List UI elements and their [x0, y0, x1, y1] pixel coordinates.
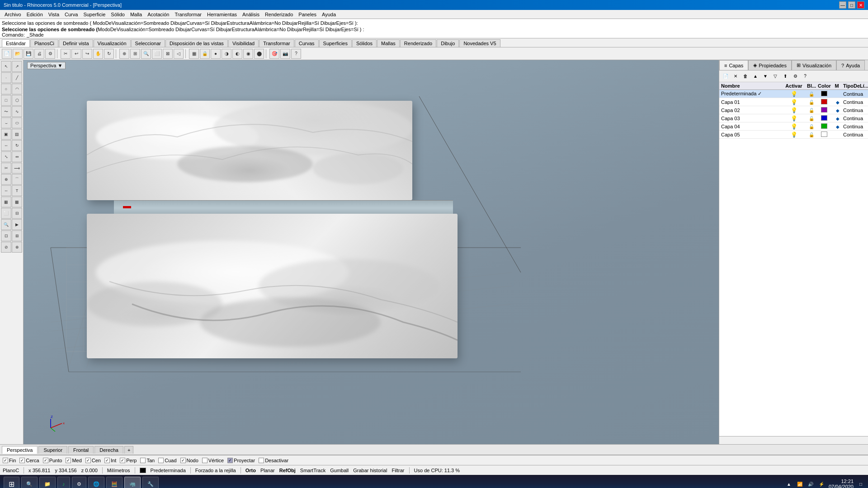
snap-fin[interactable]: ✓ Fin: [3, 458, 16, 463]
layer-row-predeterminada[interactable]: Predeterminada ✓ 💡 🔓 Continua ◆ Pre: [719, 90, 868, 98]
status-forzado[interactable]: Forzado a la rejilla: [195, 468, 236, 473]
layer-capa04-lock[interactable]: 🔓: [805, 124, 816, 129]
tb-undo[interactable]: ↩: [71, 49, 81, 59]
command-input[interactable]: [27, 32, 866, 38]
layer-row-capa04[interactable]: Capa 04 💡 🔓 ◆ Continua ◆ Pre: [719, 122, 868, 131]
lt-select-arrow[interactable]: ↖: [1, 61, 11, 72]
panel-export[interactable]: ⬆: [781, 72, 790, 81]
snap-cerca-check[interactable]: ✓: [19, 458, 25, 463]
snap-proyectar-check[interactable]: ✓: [227, 458, 233, 463]
tab-renderizado[interactable]: Renderizado: [400, 39, 436, 47]
tb-zoom-back[interactable]: ◁: [174, 49, 184, 59]
menu-superficie[interactable]: Superficie: [80, 12, 108, 17]
tb-new[interactable]: 📄: [2, 49, 12, 59]
tb-save[interactable]: 💾: [24, 49, 33, 59]
taskbar-chrome[interactable]: 🌐: [88, 477, 104, 488]
lt-spline[interactable]: 〜: [1, 106, 11, 117]
sys-expand-icon[interactable]: ▲: [785, 480, 793, 488]
layer-capa02-activar[interactable]: 💡: [783, 107, 805, 113]
lt-polygon[interactable]: ⬡: [12, 95, 22, 106]
lt-misc1[interactable]: ⊘: [1, 242, 11, 253]
lt-surface[interactable]: ⬭: [12, 117, 22, 128]
tab-visualizacion[interactable]: Visualización: [94, 39, 131, 47]
lt-point[interactable]: ·: [1, 72, 11, 83]
tab-disposicion[interactable]: Disposición de las vistas: [165, 39, 228, 47]
layer-capa02-lock[interactable]: 🔓: [805, 108, 816, 113]
taskbar-settings[interactable]: ⚙: [72, 477, 86, 488]
tab-definir-vista[interactable]: Definir vista: [59, 39, 93, 47]
layer-capa04-activar[interactable]: 💡: [783, 123, 805, 130]
layer-capa05-color[interactable]: [816, 131, 832, 138]
taskbar-spotify[interactable]: ♪: [57, 477, 70, 488]
status-planar[interactable]: Planar: [260, 468, 275, 473]
snap-punto-check[interactable]: ✓: [43, 458, 48, 463]
layer-row-capa03[interactable]: Capa 03 💡 🔓 ◆ Continua ◆ Pre: [719, 114, 868, 122]
snap-tan[interactable]: Tan: [140, 458, 155, 463]
lt-hatch[interactable]: ▦: [1, 197, 11, 207]
lt-freeform[interactable]: ⌣: [1, 117, 11, 128]
taskbar-explorer[interactable]: 📁: [39, 477, 56, 488]
panel-delete[interactable]: 🗑: [741, 72, 750, 81]
lt-mirror[interactable]: ⇔: [12, 151, 22, 162]
lt-fillet[interactable]: ⌒: [12, 174, 22, 185]
tb-pan[interactable]: ✋: [93, 49, 103, 59]
layer-capa03-color[interactable]: [816, 115, 832, 122]
panel-help[interactable]: ?: [801, 72, 810, 81]
menu-archivo[interactable]: Archivo: [2, 12, 24, 17]
menu-paneles[interactable]: Paneles: [296, 12, 319, 17]
menu-acotacion[interactable]: Acotación: [145, 12, 172, 17]
lt-select-chain[interactable]: ↗: [12, 61, 22, 72]
tb-print[interactable]: 🖨: [34, 49, 44, 59]
snap-cuad-check[interactable]: [158, 458, 164, 463]
panel-delete-selected[interactable]: ✕: [731, 72, 740, 81]
tb-redo[interactable]: ↪: [82, 49, 92, 59]
tb-cut[interactable]: ✂: [61, 49, 71, 59]
status-filtrar[interactable]: Filtrar: [392, 468, 404, 473]
tab-estandar[interactable]: Estándar: [2, 39, 30, 47]
tb-render[interactable]: ◉: [243, 49, 253, 59]
menu-herramientas[interactable]: Herramientas: [204, 12, 240, 17]
snap-nodo[interactable]: ✓ Nodo: [180, 458, 198, 463]
status-layer[interactable]: Predeterminada: [151, 468, 186, 473]
layer-capa01-lock[interactable]: 🔓: [805, 99, 816, 105]
tb-help[interactable]: ?: [291, 49, 301, 59]
tb-options[interactable]: ⚙: [45, 49, 55, 59]
tb-rendered[interactable]: ⬤: [254, 49, 264, 59]
lt-view1[interactable]: ⬜: [1, 208, 11, 219]
snap-int-check[interactable]: ✓: [104, 458, 110, 463]
tab-visibilidad[interactable]: Visibilidad: [228, 39, 259, 47]
tb-zoom-ext[interactable]: ⊕: [119, 49, 129, 59]
lt-extend[interactable]: ⟶: [12, 163, 22, 174]
snap-fin-check[interactable]: ✓: [3, 458, 8, 463]
lt-zoom[interactable]: 🔍: [1, 219, 11, 230]
menu-malla[interactable]: Malla: [127, 12, 145, 17]
layer-predeterminada-color[interactable]: [816, 91, 832, 97]
view-tab-derecha[interactable]: Derecha: [94, 446, 123, 454]
menu-vista[interactable]: Vista: [46, 12, 62, 17]
snap-desactivar[interactable]: Desactivar: [259, 458, 288, 463]
tab-curvas[interactable]: Curvas: [295, 39, 319, 47]
layer-row-capa01[interactable]: Capa 01 💡 🔓 ◆ Continua ◆ Pre: [719, 98, 868, 106]
lt-trim[interactable]: ✂: [1, 163, 11, 174]
status-grabar[interactable]: Grabar historial: [353, 468, 387, 473]
layer-capa05-activar[interactable]: 💡: [783, 131, 805, 138]
snap-desactivar-check[interactable]: [259, 458, 264, 463]
layer-row-capa05[interactable]: Capa 05 💡 🔓 Continua ◆ Pre: [719, 131, 868, 139]
snap-med-check[interactable]: ✓: [66, 458, 71, 463]
snap-tan-check[interactable]: [140, 458, 146, 463]
snap-perp-check[interactable]: ✓: [120, 458, 125, 463]
sys-sound-icon[interactable]: 🔊: [807, 480, 814, 488]
lt-extrude[interactable]: ▣: [1, 129, 11, 140]
snap-vertice[interactable]: Vértice: [202, 458, 224, 463]
taskbar-rhino[interactable]: 🦏: [124, 477, 141, 488]
lt-render-btn[interactable]: ▶: [12, 219, 22, 230]
layer-capa04-color[interactable]: [816, 123, 832, 130]
layer-capa03-lock[interactable]: 🔓: [805, 116, 816, 121]
snap-perp[interactable]: ✓ Perp: [120, 458, 137, 463]
viewport-label[interactable]: Perspectiva ▼: [27, 62, 66, 69]
view-tab-superior[interactable]: Superior: [38, 446, 67, 454]
layer-capa05-lock[interactable]: 🔓: [805, 132, 816, 137]
lt-text[interactable]: T: [12, 185, 22, 196]
sys-notification-icon[interactable]: □: [857, 480, 864, 488]
view-tab-frontal[interactable]: Frontal: [68, 446, 94, 454]
